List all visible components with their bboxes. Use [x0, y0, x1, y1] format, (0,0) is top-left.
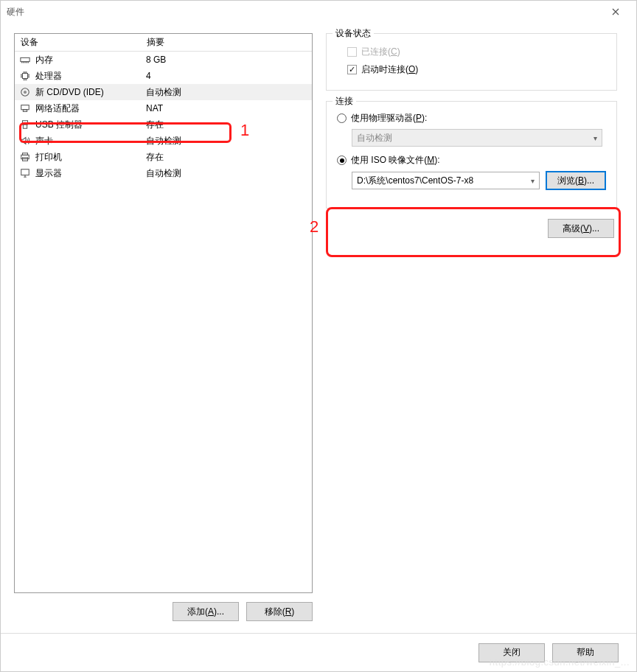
connection-legend: 连接 — [333, 95, 356, 108]
device-row[interactable]: 内存8 GB — [15, 52, 312, 68]
advanced-row: 高级(V)... — [326, 219, 617, 238]
right-panel: 设备状态 已连接(C) 启动时连接(O) 连接 使用物理驱动器(P): 自动检测 — [320, 33, 623, 630]
device-name: 处理器 — [35, 70, 146, 83]
device-summary: 存在 — [146, 119, 312, 131]
annotation-label-2: 2 — [310, 217, 318, 237]
left-buttons: 添加(A)... 移除(R) — [14, 593, 313, 630]
network-icon — [19, 102, 31, 114]
svg-rect-7 — [23, 125, 27, 128]
add-button[interactable]: 添加(A)... — [173, 602, 239, 621]
column-device[interactable]: 设备 — [15, 36, 144, 49]
device-row[interactable]: 打印机存在 — [15, 149, 312, 165]
watermark: https://blog.csdn.net/weixin_... — [490, 657, 630, 668]
titlebar: 硬件 — [1, 1, 636, 23]
annotation-label-1: 1 — [240, 121, 249, 140]
radio-icon — [337, 113, 347, 123]
device-name: 声卡 — [35, 135, 146, 147]
chevron-down-icon: ▾ — [531, 177, 535, 185]
device-status-group: 设备状态 已连接(C) 启动时连接(O) — [326, 33, 617, 91]
svg-point-3 — [24, 91, 27, 94]
device-row[interactable]: 网络适配器NAT — [15, 100, 312, 116]
left-panel: 设备 摘要 内存8 GB处理器4新 CD/DVD (IDE)自动检测网络适配器N… — [14, 33, 313, 630]
device-name: 显示器 — [35, 167, 146, 180]
column-summary[interactable]: 摘要 — [144, 36, 312, 49]
advanced-button[interactable]: 高级(V)... — [548, 219, 614, 238]
disc-icon — [19, 86, 31, 98]
remove-button[interactable]: 移除(R) — [246, 602, 313, 621]
device-row[interactable]: 声卡自动检测 — [15, 133, 312, 149]
list-body: 内存8 GB处理器4新 CD/DVD (IDE)自动检测网络适配器NATUSB … — [15, 52, 312, 181]
cpu-icon — [19, 70, 31, 82]
connect-poweron-checkbox-row[interactable]: 启动时连接(O) — [347, 62, 606, 77]
svg-rect-4 — [21, 105, 29, 110]
connection-group: 连接 使用物理驱动器(P): 自动检测 ▾ 使用 ISO 映像文件(M): D:… — [326, 101, 617, 209]
iso-row: D:\系统\centos7\CentOS-7-x8 ▾ 浏览(B)... — [352, 171, 606, 190]
device-name: USB 控制器 — [35, 119, 146, 131]
svg-point-2 — [21, 88, 29, 97]
checkbox-icon — [347, 47, 357, 57]
device-summary: 自动检测 — [146, 167, 312, 180]
device-row[interactable]: 处理器4 — [15, 68, 312, 84]
device-row[interactable]: 新 CD/DVD (IDE)自动检测 — [15, 84, 312, 100]
device-list: 设备 摘要 内存8 GB处理器4新 CD/DVD (IDE)自动检测网络适配器N… — [14, 33, 313, 593]
device-name: 网络适配器 — [35, 102, 146, 115]
device-status-legend: 设备状态 — [333, 27, 374, 40]
device-name: 新 CD/DVD (IDE) — [35, 86, 146, 99]
browse-button[interactable]: 浏览(B)... — [546, 171, 606, 190]
svg-rect-0 — [21, 57, 29, 61]
device-summary: NAT — [146, 103, 312, 113]
display-icon — [19, 167, 31, 179]
list-header: 设备 摘要 — [15, 34, 312, 52]
usb-icon — [19, 119, 31, 130]
radio-icon — [337, 155, 347, 165]
iso-path-combo[interactable]: D:\系统\centos7\CentOS-7-x8 ▾ — [352, 172, 540, 189]
device-name: 内存 — [35, 54, 146, 66]
chevron-down-icon: ▾ — [594, 134, 597, 142]
close-icon[interactable] — [601, 1, 630, 23]
svg-rect-6 — [23, 121, 28, 125]
connected-checkbox-row[interactable]: 已连接(C) — [347, 44, 606, 59]
device-row[interactable]: 显示器自动检测 — [15, 165, 312, 181]
iso-radio[interactable]: 使用 ISO 映像文件(M): — [337, 154, 606, 167]
memory-icon — [19, 54, 31, 66]
printer-icon — [19, 151, 31, 163]
device-summary: 8 GB — [146, 55, 312, 65]
device-row[interactable]: USB 控制器存在 — [15, 116, 312, 133]
device-summary: 自动检测 — [146, 135, 312, 147]
svg-rect-11 — [21, 169, 29, 175]
physical-drive-combo: 自动检测 ▾ — [352, 129, 602, 147]
physical-drive-radio[interactable]: 使用物理驱动器(P): — [337, 112, 606, 125]
device-summary: 4 — [146, 71, 312, 81]
device-summary: 自动检测 — [146, 86, 312, 99]
device-name: 打印机 — [35, 151, 146, 164]
content-area: 设备 摘要 内存8 GB处理器4新 CD/DVD (IDE)自动检测网络适配器N… — [1, 23, 636, 633]
sound-icon — [19, 135, 31, 147]
device-summary: 存在 — [146, 151, 312, 164]
checkbox-icon — [347, 65, 357, 74]
svg-rect-1 — [23, 74, 28, 79]
svg-rect-5 — [23, 110, 27, 112]
window-title: 硬件 — [7, 6, 601, 18]
hardware-dialog: 硬件 设备 摘要 内存8 GB处理器4新 CD/DVD (IDE)自动检测网络适… — [0, 0, 637, 672]
